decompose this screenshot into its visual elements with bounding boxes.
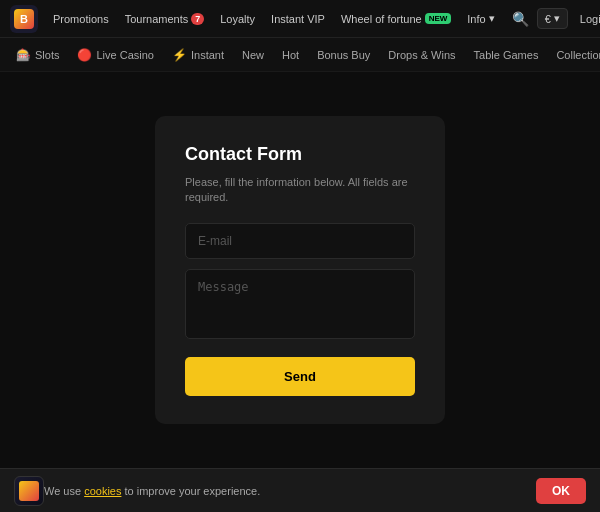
chevron-down-icon: ▾ — [489, 12, 495, 25]
chevron-down-icon: ▾ — [554, 12, 560, 25]
contact-form-card: Contact Form Please, fill the informatio… — [155, 116, 445, 425]
nav-item-wheel-of-fortune[interactable]: Wheel of fortune NEW — [334, 9, 458, 29]
send-button[interactable]: Send — [185, 357, 415, 396]
instant-icon: ⚡ — [172, 48, 187, 62]
slots-icon: 🎰 — [16, 48, 31, 62]
message-field[interactable] — [185, 269, 415, 339]
nav-item-loyalty[interactable]: Loyalty — [213, 9, 262, 29]
wheel-badge: NEW — [425, 13, 452, 24]
cookies-link[interactable]: cookies — [84, 485, 121, 497]
logo-icon: B — [14, 9, 34, 29]
search-icon[interactable]: 🔍 — [506, 7, 535, 31]
contact-form-description: Please, fill the information below. All … — [185, 175, 415, 206]
contact-form-title: Contact Form — [185, 144, 415, 165]
nav-item-tournaments[interactable]: Tournaments 7 — [118, 9, 212, 29]
brand-logo[interactable]: B — [10, 5, 38, 33]
snav-table-games[interactable]: Table Games — [466, 45, 547, 65]
email-field[interactable] — [185, 223, 415, 259]
currency-selector[interactable]: € ▾ — [537, 8, 568, 29]
snav-slots[interactable]: 🎰 Slots — [8, 44, 67, 66]
snav-live-casino[interactable]: 🔴 Live Casino — [69, 44, 161, 66]
snav-bonus-buy[interactable]: Bonus Buy — [309, 45, 378, 65]
nav-item-instant-vip[interactable]: Instant VIP — [264, 9, 332, 29]
snav-instant[interactable]: ⚡ Instant — [164, 44, 232, 66]
snav-hot[interactable]: Hot — [274, 45, 307, 65]
second-navigation: 🎰 Slots 🔴 Live Casino ⚡ Instant New Hot … — [0, 38, 600, 72]
nav-item-info[interactable]: Info ▾ — [460, 8, 501, 29]
cookie-banner: 🍪 We use cookies to improve your experie… — [0, 468, 600, 512]
main-content: Contact Form Please, fill the informatio… — [0, 72, 600, 468]
tournaments-badge: 7 — [191, 13, 204, 25]
bottom-left-logo — [14, 476, 44, 506]
cookie-text: We use cookies to improve your experienc… — [44, 485, 526, 497]
cookie-ok-button[interactable]: OK — [536, 478, 586, 504]
snav-drops-wins[interactable]: Drops & Wins — [380, 45, 463, 65]
snav-new[interactable]: New — [234, 45, 272, 65]
nav-item-promotions[interactable]: Promotions — [46, 9, 116, 29]
login-button[interactable]: Login — [570, 8, 600, 30]
mini-logo — [14, 476, 44, 506]
top-navigation: B Promotions Tournaments 7 Loyalty Insta… — [0, 0, 600, 38]
snav-collections[interactable]: Collections — [548, 45, 600, 65]
live-icon: 🔴 — [77, 48, 92, 62]
